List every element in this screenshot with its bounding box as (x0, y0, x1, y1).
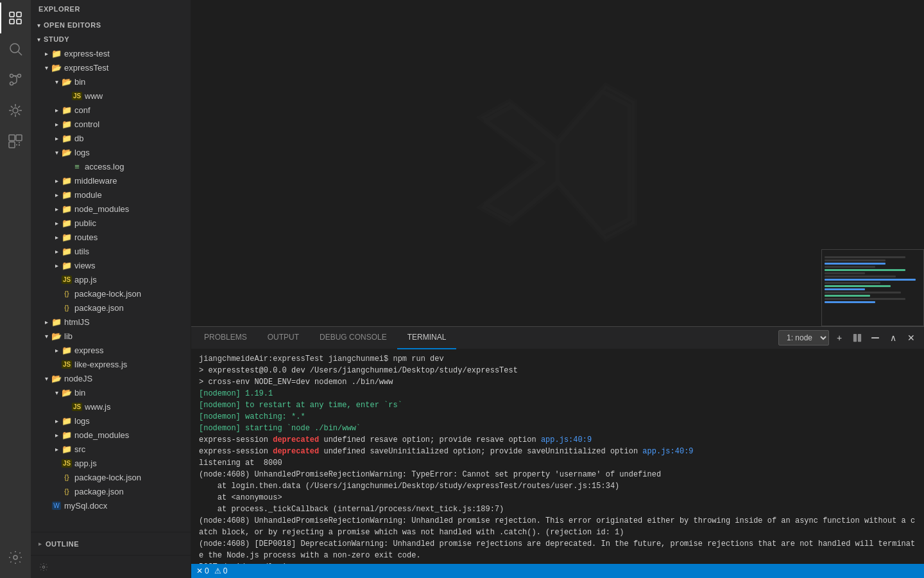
settings-icon[interactable] (0, 542, 31, 573)
express-test-arrow (41, 48, 51, 58)
tree-item-middleware[interactable]: 📁 middleware (31, 173, 191, 188)
tree-item-nodeJS-logs[interactable]: 📁 logs (31, 414, 191, 428)
tree-section-open-editors[interactable]: OPEN EDITORS (31, 18, 191, 32)
error-count[interactable]: ✕ 0 (196, 566, 209, 575)
sidebar-item-debug[interactable] (0, 95, 31, 126)
tree-item-express-test[interactable]: 📁 express-test (31, 46, 191, 60)
tab-problems[interactable]: PROBLEMS (194, 327, 257, 349)
tree-item-www[interactable]: JS www (31, 89, 191, 103)
sidebar-content: OPEN EDITORS STUDY 📁 express-test 📂 expr… (31, 18, 191, 532)
folder-open-icon: 📂 (51, 62, 62, 73)
tree-item-mysql-docx[interactable]: W mySql.docx (31, 498, 191, 512)
sidebar-item-git[interactable] (0, 64, 31, 95)
tab-terminal[interactable]: TERMINAL (397, 327, 457, 349)
close-terminal-button[interactable]: ✕ (903, 330, 919, 346)
tree-item-www-js[interactable]: JS www.js (31, 399, 191, 414)
outline-label: OUTLINE (46, 540, 79, 548)
terminal-line-12: (node:4608) UnhandledPromiseRejectionWar… (199, 469, 916, 480)
maximize-terminal-button[interactable]: ∧ (886, 330, 901, 346)
sidebar-item-search[interactable] (0, 33, 31, 64)
tree-item-like-express[interactable]: JS like-express.js (31, 357, 191, 371)
sidebar-item-explorer[interactable] (0, 3, 31, 33)
sidebar-item-extensions[interactable] (0, 126, 31, 157)
terminal-line-11: listening at 8000 (199, 457, 916, 469)
tree-item-htmlJS[interactable]: 📁 htmlJS (31, 315, 191, 329)
tab-debug-console[interactable]: DEBUG CONSOLE (309, 327, 397, 349)
tree-item-nodeJS-pkg-json[interactable]: {} package.json (31, 484, 191, 498)
tree-item-express[interactable]: 📁 express (31, 343, 191, 357)
lib-arrow (41, 331, 51, 341)
sidebar-footer (31, 555, 191, 578)
split-terminal-button[interactable] (850, 330, 865, 346)
svg-rect-17 (853, 334, 857, 342)
tree-item-src[interactable]: 📁 src (31, 442, 191, 456)
control-folder-icon: 📁 (62, 119, 72, 129)
routes-label: routes (74, 232, 185, 242)
lib-folder-icon: 📂 (51, 331, 62, 341)
nodeJS-logs-arrow (51, 416, 62, 426)
nodeJS-pkg-lock-label: package-lock.json (74, 473, 185, 482)
express-arrow (51, 345, 62, 355)
tree-item-pkg-lock[interactable]: {} package-lock.json (31, 286, 191, 301)
tree-item-nodeJS-pkg-lock[interactable]: {} package-lock.json (31, 470, 191, 484)
middleware-folder-icon: 📁 (62, 175, 72, 186)
module-folder-icon: 📁 (62, 189, 72, 200)
tree-item-public[interactable]: 📁 public (31, 216, 191, 230)
terminal-panel: PROBLEMS OUTPUT DEBUG CONSOLE TERMINAL 1… (191, 326, 924, 564)
nodeJS-node-modules-label: node_modules (74, 430, 185, 440)
utils-folder-icon: 📁 (62, 246, 72, 256)
tree-item-pkg-json[interactable]: {} package.json (31, 301, 191, 315)
src-arrow (51, 444, 62, 454)
db-label: db (74, 134, 185, 143)
tree-item-app-js[interactable]: JS app.js (31, 272, 191, 286)
open-editors-label: OPEN EDITORS (44, 21, 185, 29)
app-js-label: app.js (74, 275, 185, 285)
kill-terminal-button[interactable] (868, 330, 883, 346)
new-terminal-button[interactable]: + (832, 330, 847, 346)
tree-section-study[interactable]: STUDY (31, 32, 191, 46)
tree-item-logs[interactable]: 📂 logs (31, 145, 191, 159)
views-label: views (74, 261, 185, 270)
outline-section[interactable]: ▸ OUTLINE (31, 532, 191, 555)
tree-item-db[interactable]: 📁 db (31, 131, 191, 145)
tree-item-views[interactable]: 📁 views (31, 258, 191, 272)
tree-item-node-modules[interactable]: 📁 node_modules (31, 202, 191, 216)
src-folder-icon: 📁 (62, 444, 72, 454)
tree-item-utils[interactable]: 📁 utils (31, 244, 191, 258)
www-label: www (85, 91, 185, 101)
tree-item-module[interactable]: 📁 module (31, 188, 191, 202)
file-tree: OPEN EDITORS STUDY 📁 express-test 📂 expr… (31, 18, 191, 512)
tree-item-nodeJS-node-modules[interactable]: 📁 node_modules (31, 428, 191, 442)
node-modules-label: node_modules (74, 204, 185, 214)
terminal-controls: 1: node + ∧ ✕ (778, 330, 924, 346)
tree-item-nodeJS-bin[interactable]: 📂 bin (31, 385, 191, 399)
terminal-content[interactable]: jiangchmeideAir:expressTest jiangchunmei… (191, 349, 924, 564)
like-express-icon: JS (62, 359, 72, 369)
nodeJS-pkg-lock-arrow (51, 472, 62, 482)
like-express-arrow (51, 359, 62, 369)
like-express-label: like-express.js (74, 360, 185, 369)
svg-rect-11 (9, 135, 15, 141)
warning-count[interactable]: ⚠ 0 (214, 566, 228, 575)
www-arrow (62, 91, 72, 101)
terminal-line-5: [nodemon] 1.19.1 (199, 388, 916, 399)
tree-item-bin[interactable]: 📂 bin (31, 74, 191, 89)
tree-item-expressTest[interactable]: 📂 expressTest (31, 60, 191, 74)
tree-item-nodeJS-app-js[interactable]: JS app.js (31, 456, 191, 470)
mysql-docx-arrow (41, 500, 51, 511)
tree-item-conf[interactable]: 📁 conf (31, 103, 191, 117)
tab-output[interactable]: OUTPUT (257, 327, 309, 349)
tree-item-access-log[interactable]: ≡ access.log (31, 159, 191, 173)
svg-rect-2 (10, 19, 14, 24)
logs-folder-icon: 📂 (62, 147, 72, 157)
tree-item-routes[interactable]: 📁 routes (31, 230, 191, 244)
tree-item-nodeJS[interactable]: 📂 nodeJS (31, 371, 191, 385)
terminal-line-9: express-session deprecated undefined res… (199, 434, 916, 446)
tree-item-lib[interactable]: 📂 lib (31, 329, 191, 343)
nodeJS-pkg-lock-icon: {} (62, 472, 72, 482)
pkg-lock-icon: {} (62, 288, 72, 299)
terminal-select[interactable]: 1: node (778, 330, 829, 346)
tree-item-control[interactable]: 📁 control (31, 117, 191, 131)
gear-icon[interactable] (38, 562, 49, 572)
utils-label: utils (74, 247, 185, 256)
